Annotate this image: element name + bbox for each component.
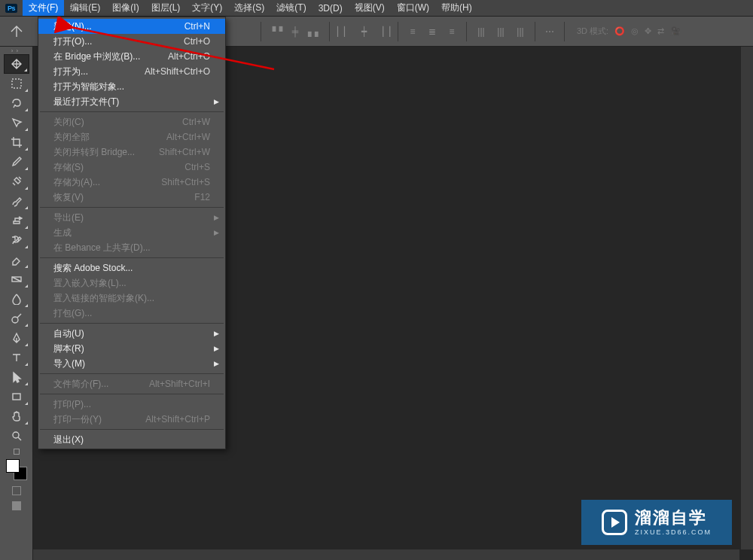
- distribute-right-icon[interactable]: |||: [512, 23, 529, 40]
- pen-tool[interactable]: [4, 328, 29, 348]
- submenu-arrow-icon: ▶: [214, 229, 219, 236]
- tool-column: ››: [0, 47, 33, 560]
- align-vcenter-icon[interactable]: ╪: [287, 23, 303, 40]
- align-hcenter-icon[interactable]: ┿: [355, 23, 372, 40]
- dodge-tool[interactable]: [4, 309, 29, 328]
- align-right-edges-icon[interactable]: ▕▕: [375, 23, 392, 40]
- menu-filter[interactable]: 滤镜(T): [270, 0, 312, 16]
- menu-item-label: 关闭全部: [53, 131, 90, 144]
- align-top-edges-icon[interactable]: ▝▝: [267, 23, 284, 40]
- brand-title: 溜溜自学: [635, 508, 712, 528]
- svg-rect-0: [12, 79, 21, 88]
- color-swatch[interactable]: [6, 459, 27, 480]
- move-tool[interactable]: [4, 54, 29, 74]
- distribute-bottom-icon[interactable]: ≡: [444, 23, 460, 40]
- distribute-hcenter-icon[interactable]: |||: [492, 23, 509, 40]
- menu-item-label: 关闭并转到 Bridge...: [53, 146, 135, 159]
- file-menu-item[interactable]: 打开为...Alt+Shift+Ctrl+O: [38, 64, 225, 79]
- submenu-arrow-icon: ▶: [214, 345, 219, 352]
- 3d-pan-icon[interactable]: ✥: [645, 26, 651, 36]
- blur-tool[interactable]: [4, 289, 29, 309]
- file-menu-item[interactable]: 打开为智能对象...: [38, 79, 225, 94]
- file-menu-item[interactable]: 最近打开文件(T)▶: [38, 94, 225, 109]
- align-left-edges-icon[interactable]: ▏▏: [336, 23, 352, 40]
- file-menu-item[interactable]: 自动(U)▶: [38, 326, 225, 341]
- submenu-arrow-icon: ▶: [214, 98, 219, 105]
- options-separator: [398, 22, 398, 41]
- menu-separator: [40, 257, 224, 258]
- quick-mask-toggle[interactable]: [0, 486, 32, 495]
- distribute-top-icon[interactable]: ≡: [404, 23, 421, 40]
- foreground-color[interactable]: [6, 459, 20, 473]
- crop-tool[interactable]: [4, 132, 29, 152]
- options-separator: [535, 22, 535, 41]
- more-align-icon[interactable]: ⋯: [541, 23, 558, 40]
- tool-preset-slot[interactable]: [5, 20, 29, 44]
- clone-stamp-tool[interactable]: [4, 211, 29, 230]
- rectangle-tool[interactable]: [4, 387, 29, 406]
- file-menu-item: 置入链接的智能对象(K)...: [38, 291, 225, 306]
- zoom-tool[interactable]: [4, 426, 29, 446]
- menu-item-label: 打开(O)...: [53, 35, 92, 48]
- horizontal-scrollbar[interactable]: [33, 549, 739, 560]
- menu-view[interactable]: 视图(V): [349, 0, 391, 16]
- type-tool[interactable]: [4, 348, 29, 367]
- menu-separator: [40, 429, 224, 430]
- menu-layer[interactable]: 图层(L): [145, 0, 187, 16]
- 3d-camera-icon[interactable]: 🎥: [670, 26, 681, 36]
- tool-strip-handle[interactable]: ››: [0, 47, 32, 54]
- menu-item-label: 打印(P)...: [53, 398, 91, 411]
- menu-separator: [40, 373, 224, 374]
- menu-edit[interactable]: 编辑(E): [64, 0, 106, 16]
- menu-item-label: 恢复(V): [53, 191, 84, 204]
- distribute-left-icon[interactable]: |||: [473, 23, 489, 40]
- options-separator: [329, 22, 330, 41]
- menu-help[interactable]: 帮助(H): [435, 0, 478, 16]
- menu-item-label: 自动(U): [53, 327, 84, 340]
- svg-rect-3: [13, 394, 20, 400]
- eraser-tool[interactable]: [4, 250, 29, 269]
- 3d-mode-label: 3D 模式:: [577, 26, 608, 37]
- menu-window[interactable]: 窗口(W): [391, 0, 435, 16]
- file-menu-item[interactable]: 打开(O)...Ctrl+O: [38, 34, 225, 49]
- brush-tool[interactable]: [4, 191, 29, 211]
- eyedropper-tool[interactable]: [4, 152, 29, 172]
- lasso-tool[interactable]: [4, 93, 29, 113]
- 3d-roll-icon[interactable]: ◎: [631, 26, 639, 36]
- options-separator: [261, 22, 261, 41]
- menu-file[interactable]: 文件(F): [23, 0, 64, 16]
- 3d-orbit-icon[interactable]: ⭕: [614, 26, 625, 36]
- path-select-tool[interactable]: [4, 367, 29, 387]
- menu-item-label: 导入(M): [53, 358, 85, 370]
- play-icon: [602, 510, 627, 535]
- file-menu-item[interactable]: 在 Bridge 中浏览(B)...Alt+Ctrl+O: [38, 49, 225, 64]
- vertical-scrollbar[interactable]: [741, 47, 753, 549]
- distribute-vcenter-icon[interactable]: ≣: [424, 23, 441, 40]
- quick-select-tool[interactable]: [4, 113, 29, 132]
- file-menu-item[interactable]: 退出(X): [38, 432, 225, 447]
- menu-type[interactable]: 文字(Y): [186, 0, 228, 16]
- file-menu-item: 存储(S)Ctrl+S: [38, 160, 225, 175]
- marquee-tool[interactable]: [4, 74, 29, 93]
- edit-toolbar-icon[interactable]: [0, 449, 32, 455]
- file-menu-item[interactable]: 脚本(R)▶: [38, 341, 225, 356]
- 3d-slide-icon[interactable]: ⇄: [657, 26, 664, 36]
- menu-image[interactable]: 图像(I): [106, 0, 145, 16]
- align-bottom-edges-icon[interactable]: ▖▖: [306, 23, 323, 40]
- menu-3d[interactable]: 3D(D): [312, 0, 349, 16]
- file-menu-item[interactable]: 新建(N)...Ctrl+N: [38, 19, 225, 34]
- menu-item-shortcut: Alt+Shift+Ctrl+O: [145, 66, 210, 77]
- spot-heal-tool[interactable]: [4, 172, 29, 191]
- hand-tool[interactable]: [4, 406, 29, 426]
- gradient-tool[interactable]: [4, 269, 29, 289]
- screen-mode-toggle[interactable]: [0, 501, 32, 510]
- file-menu-item[interactable]: 导入(M)▶: [38, 356, 225, 371]
- file-menu-item[interactable]: 搜索 Adobe Stock...: [38, 260, 225, 275]
- menu-item-label: 在 Behance 上共享(D)...: [53, 242, 151, 254]
- menu-select[interactable]: 选择(S): [228, 0, 270, 16]
- file-menu-item: 导出(E)▶: [38, 210, 225, 225]
- menu-separator: [40, 394, 224, 394]
- history-brush-tool[interactable]: [4, 230, 29, 250]
- menu-item-label: 打开为智能对象...: [53, 81, 124, 93]
- file-menu-item: 关闭并转到 Bridge...Shift+Ctrl+W: [38, 145, 225, 160]
